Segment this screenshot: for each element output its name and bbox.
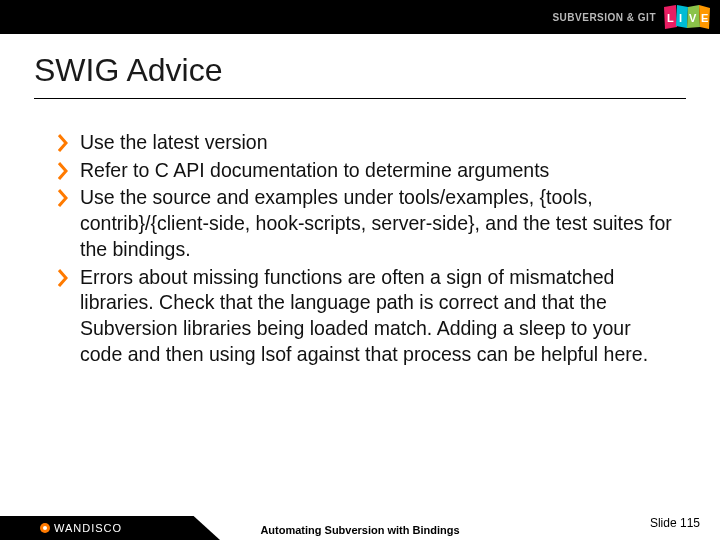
chevron-icon — [58, 268, 70, 288]
live-logo-icon: L I V E — [662, 3, 712, 31]
title-underline — [34, 98, 686, 99]
svg-text:L: L — [667, 12, 674, 24]
svg-text:E: E — [701, 12, 708, 24]
presentation-title: Automating Subversion with Bindings — [260, 524, 459, 537]
list-item: Use the latest version — [58, 130, 676, 156]
slide-number: Slide 115 — [650, 516, 700, 530]
bullet-text: Use the latest version — [80, 130, 268, 156]
bullet-text: Refer to C API documentation to determin… — [80, 158, 549, 184]
list-item: Errors about missing functions are often… — [58, 265, 676, 368]
chevron-icon — [58, 161, 70, 181]
company-logo: WANDISCO — [40, 522, 122, 534]
top-bar: SUBVERSION & GIT L I V E — [0, 0, 720, 34]
list-item: Refer to C API documentation to determin… — [58, 158, 676, 184]
slide-title: SWIG Advice — [34, 52, 223, 89]
bullet-list: Use the latest version Refer to C API do… — [58, 130, 676, 370]
bullet-text: Use the source and examples under tools/… — [80, 185, 676, 262]
footer-company-bar: WANDISCO — [0, 516, 220, 540]
logo-dot-icon — [40, 523, 50, 533]
bullet-text: Errors about missing functions are often… — [80, 265, 676, 368]
brand-text: SUBVERSION & GIT — [552, 12, 656, 23]
chevron-icon — [58, 133, 70, 153]
svg-text:I: I — [679, 12, 682, 24]
brand-block: SUBVERSION & GIT L I V E — [552, 3, 712, 31]
list-item: Use the source and examples under tools/… — [58, 185, 676, 262]
chevron-icon — [58, 188, 70, 208]
svg-text:V: V — [689, 12, 697, 24]
company-name: WANDISCO — [54, 522, 122, 534]
